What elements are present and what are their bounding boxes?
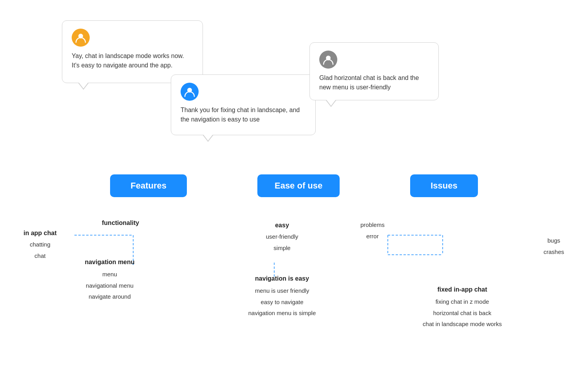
bugs-label: bugs <box>543 235 564 247</box>
fixed-chat-sub3: chat in landscape mode works <box>353 319 572 330</box>
avatar-blue <box>181 83 306 101</box>
features-button[interactable]: Features <box>110 174 187 197</box>
ease-cluster-2: navigation is easy menu is user friendly… <box>227 275 337 319</box>
chat-bubble-3: Glad horizontal chat is back and the new… <box>309 42 439 100</box>
user-friendly-label: user-friendly <box>227 231 337 243</box>
simple-label: simple <box>227 243 337 254</box>
page-container: Yay, chat in landscape mode works now. I… <box>0 0 588 388</box>
crashes-label: crashes <box>543 247 564 258</box>
avatar-gray <box>319 51 429 69</box>
ease-button[interactable]: Ease of use <box>257 174 340 197</box>
nav-easy-sub2: easy to navigate <box>227 297 337 308</box>
chat-bubble-1: Yay, chat in landscape mode works now. I… <box>62 20 203 83</box>
nav-menu-sub2: navigational menu <box>24 280 196 292</box>
chat-label: chat <box>24 250 56 262</box>
categories-row: Features Ease of use Issues <box>0 174 588 197</box>
bubble-2-text: Thank you for fixing chat in landscape, … <box>181 105 306 124</box>
ease-column: easy user-friendly simple navigation is … <box>227 219 337 319</box>
bubble-1-text: Yay, chat in landscape mode works now. I… <box>72 51 193 70</box>
chat-bubble-2: Thank you for fixing chat in landscape, … <box>171 74 316 135</box>
chatting-label: chatting <box>24 239 56 250</box>
ease-cluster-1: easy user-friendly simple <box>227 219 337 254</box>
features-column: in app chat chatting chat functionality … <box>24 219 196 303</box>
nav-menu-sub1: menu <box>24 269 196 280</box>
bubbles-area: Yay, chat in landscape mode works now. I… <box>0 0 588 169</box>
features-left-subs: in app chat chatting chat <box>24 227 56 261</box>
features-functionality-label: functionality <box>102 219 139 227</box>
fixed-chat-main: fixed in-app chat <box>353 286 572 293</box>
fixed-chat-sub1: fixing chat in z mode <box>353 296 572 308</box>
nav-easy-sub3: navigation menu is simple <box>227 308 337 319</box>
in-app-chat-label: in app chat <box>24 227 56 239</box>
nav-menu-sub3: navigate around <box>24 291 196 303</box>
easy-label: easy <box>227 219 337 231</box>
problems-label: problems <box>360 219 385 231</box>
fixed-chat-sub2: horizontal chat is back <box>353 308 572 319</box>
issues-right-subs: bugs crashes <box>543 235 564 257</box>
nav-easy-sub1: menu is user friendly <box>227 285 337 297</box>
avatar-orange <box>72 29 193 47</box>
error-label: error <box>360 231 385 242</box>
functionality-text: functionality <box>102 219 139 227</box>
bubble-3-text: Glad horizontal chat is back and the new… <box>319 73 429 92</box>
issues-cluster-2: fixed in-app chat fixing chat in z mode … <box>353 286 572 330</box>
issues-left-subs: problems error <box>360 219 385 242</box>
nav-easy-main: navigation is easy <box>227 275 337 282</box>
issues-button[interactable]: Issues <box>410 174 478 197</box>
features-cluster-2: navigation menu menu navigational menu n… <box>24 259 196 303</box>
issues-column: problems error bugs crashes fixed in-app… <box>353 219 572 330</box>
issues-cluster-1: problems error bugs crashes <box>353 219 572 251</box>
